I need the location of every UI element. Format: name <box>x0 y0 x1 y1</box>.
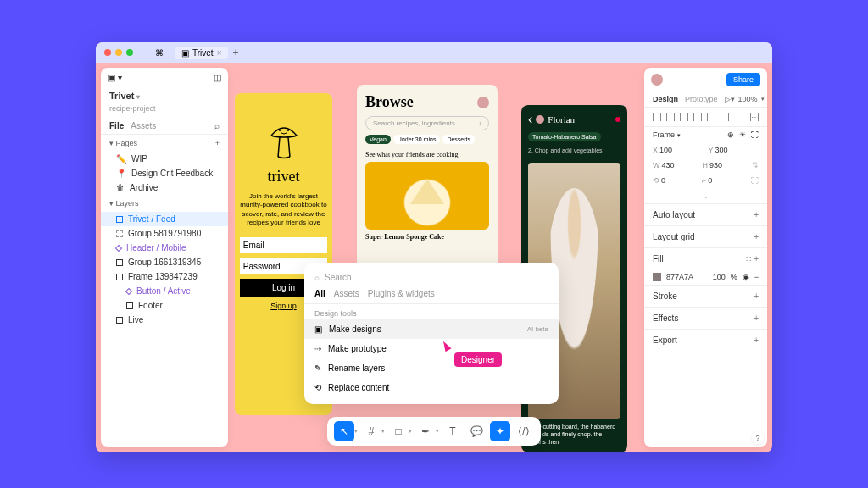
layer-group-1[interactable]: Group 5819791980 <box>101 226 228 241</box>
project-name[interactable]: Trivet ▾ <box>101 87 228 104</box>
corner-input[interactable]: 0 <box>708 176 712 185</box>
current-user-avatar[interactable] <box>651 74 663 86</box>
popup-tab-all[interactable]: All <box>314 289 326 298</box>
remove-fill-icon[interactable]: − <box>754 273 759 281</box>
independent-corners-icon[interactable]: ⛶ <box>751 176 759 185</box>
layer-live[interactable]: Live <box>101 313 228 327</box>
layer-group-2[interactable]: Group 1661319345 <box>101 255 228 269</box>
search-recipes-input[interactable]: Search recipes, ingredients...› <box>365 116 489 130</box>
text-tool[interactable]: T <box>442 421 463 441</box>
make-designs-item[interactable]: ▣Make designsAI beta <box>304 319 559 339</box>
expand-icon[interactable]: ⛶ <box>751 130 759 139</box>
recipe-instructions: large cutting board, the habanero stem d… <box>528 423 620 446</box>
search-input[interactable]: Search <box>325 273 352 282</box>
move-tool[interactable]: ↖ <box>334 421 354 441</box>
rename-layers-item[interactable]: ✎Rename layers <box>304 358 559 378</box>
add-export[interactable]: + <box>754 336 759 345</box>
layer-footer[interactable]: Footer <box>101 298 228 313</box>
assets-tab-left[interactable]: Assets <box>131 121 156 130</box>
design-tab[interactable]: Design <box>653 95 678 103</box>
rotation-input[interactable]: 0 <box>661 176 665 185</box>
panel-toggle-icon[interactable]: ◫ <box>214 73 221 82</box>
file-tab[interactable]: ▣ Trivet × <box>175 47 228 59</box>
layer-header-mobile[interactable]: Header / Mobile <box>101 241 228 255</box>
replace-content-item[interactable]: ⟲Replace content <box>304 378 559 397</box>
close-window[interactable] <box>104 49 111 56</box>
help-button[interactable]: ? <box>752 432 764 444</box>
search-icon[interactable]: ⌕ <box>214 121 220 130</box>
resize-icon[interactable]: ☀ <box>739 130 746 139</box>
zoom-level[interactable]: 100% <box>738 95 758 103</box>
autolayout-label[interactable]: Auto layout <box>653 210 695 219</box>
back-icon[interactable]: ‹ <box>528 112 532 127</box>
figma-icon[interactable]: ▣ ▾ <box>108 73 122 82</box>
add-stroke[interactable]: + <box>754 291 759 301</box>
home-tab[interactable]: ⌘ <box>148 47 170 59</box>
layer-frame[interactable]: Frame 139847239 <box>101 269 228 284</box>
x-input[interactable]: 100 <box>659 146 672 154</box>
pill-desserts[interactable]: Desserts <box>442 135 475 144</box>
layoutgrid-label[interactable]: Layout grid <box>653 232 694 241</box>
tool-caret[interactable]: ▾ <box>354 428 358 435</box>
fill-swatch[interactable] <box>653 273 661 281</box>
prototype-icon: ⇢ <box>314 344 321 353</box>
email-field[interactable]: Email <box>240 237 328 253</box>
popup-tab-plugins[interactable]: Plugins & widgets <box>368 289 435 298</box>
comment-tool[interactable]: 💬 <box>466 421 487 441</box>
fit-icon[interactable]: ⊕ <box>727 130 734 139</box>
pen-tool[interactable]: ✒ <box>415 421 436 441</box>
play-icon[interactable]: ▷▾ <box>725 95 735 103</box>
frame-tool[interactable]: # <box>361 421 381 441</box>
align-top-icon <box>693 113 702 121</box>
close-tab-icon[interactable]: × <box>217 48 222 58</box>
shape-tool[interactable]: □ <box>388 421 409 441</box>
y-input[interactable]: 300 <box>715 146 728 154</box>
fill-hex[interactable]: 877A7A <box>666 273 693 281</box>
add-effect[interactable]: + <box>754 313 759 323</box>
share-button[interactable]: Share <box>726 73 760 86</box>
dev-mode-tool[interactable]: ⟨/⟩ <box>514 421 534 441</box>
fill-opacity[interactable]: 100 <box>713 273 726 281</box>
signup-link[interactable]: Sign up <box>270 302 297 310</box>
add-autolayout[interactable]: + <box>754 210 759 219</box>
user-avatar[interactable] <box>477 97 489 108</box>
stroke-label[interactable]: Stroke <box>653 291 677 301</box>
pill-vegan[interactable]: Vegan <box>365 135 391 144</box>
frame-label[interactable]: Frame ▾ <box>653 130 681 139</box>
add-page-icon[interactable]: + <box>215 139 220 147</box>
page-feedback[interactable]: 📍Design Crit Feedback <box>101 166 228 180</box>
visibility-icon[interactable]: ◉ <box>743 273 749 281</box>
fill-label[interactable]: Fill <box>653 254 664 263</box>
pill-30min[interactable]: Under 30 mins <box>393 135 441 144</box>
collapse-caret[interactable]: ⌄ <box>703 191 709 200</box>
salsa-tag[interactable]: Tomato-Habanero Salsa <box>528 132 601 141</box>
fill-options[interactable]: ∷ + <box>746 254 759 263</box>
maximize-window[interactable] <box>126 49 133 56</box>
pages-label[interactable]: ▾ Pages <box>109 139 137 147</box>
minimize-window[interactable] <box>115 49 122 56</box>
layers-label[interactable]: ▾ Layers <box>109 199 139 208</box>
layer-button-active[interactable]: Button / Active <box>101 284 228 298</box>
bottom-toolbar: ↖▾ #▾ □▾ ✒▾ T 💬 ✦ ⟨/⟩ <box>327 417 541 446</box>
left-panel: ▣ ▾ ◫ Trivet ▾ recipe-project File Asset… <box>101 68 228 447</box>
ai-tool[interactable]: ✦ <box>490 421 510 441</box>
page-archive[interactable]: 🗑Archive <box>101 180 228 195</box>
h-input[interactable]: 930 <box>709 161 722 169</box>
effects-label[interactable]: Effects <box>653 313 678 323</box>
prototype-tab[interactable]: Prototype <box>685 95 718 103</box>
align-bottom-icon <box>721 113 729 121</box>
right-panel: Share Design Prototype ▷▾100% ▾ ⋯ Frame … <box>644 68 767 447</box>
file-tab-left[interactable]: File <box>109 121 124 130</box>
constrain-icon[interactable]: ⇅ <box>752 161 759 169</box>
layer-trivet-feed[interactable]: Trivet / Feed <box>101 212 228 226</box>
align-tools[interactable]: ⋯ <box>644 108 767 127</box>
add-grid[interactable]: + <box>754 232 759 241</box>
make-prototype-item[interactable]: ⇢Make prototype <box>304 339 559 358</box>
cake-image[interactable] <box>365 162 489 230</box>
export-label[interactable]: Export <box>653 336 677 345</box>
new-tab-button[interactable]: + <box>232 47 238 58</box>
popup-tab-assets[interactable]: Assets <box>334 289 359 298</box>
page-wip[interactable]: ✏️WIP <box>101 152 228 166</box>
w-input[interactable]: 430 <box>662 161 675 169</box>
align-left-icon <box>653 113 661 121</box>
